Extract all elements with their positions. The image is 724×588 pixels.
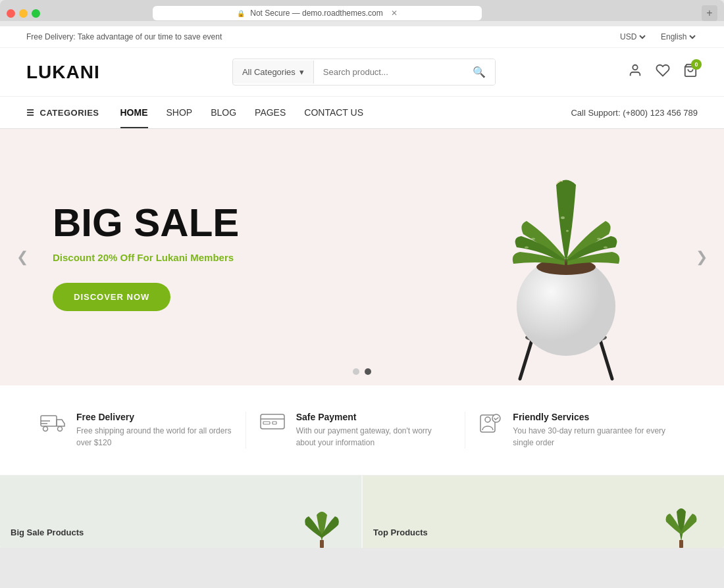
feature-delivery-desc: Free shipping around the world for all o… bbox=[76, 425, 232, 449]
slider-dot-2[interactable] bbox=[365, 368, 371, 375]
maximize-dot[interactable] bbox=[32, 9, 40, 18]
svg-point-11 bbox=[597, 238, 601, 240]
feature-delivery-text: Free Delivery Free shipping around the w… bbox=[76, 412, 232, 449]
feature-payment: Safe Payment With our payment gateway, d… bbox=[246, 412, 466, 449]
product-section-top-label: Top Products bbox=[373, 527, 428, 537]
feature-services-title: Friendly Services bbox=[513, 412, 671, 422]
features-section: Free Delivery Free shipping around the w… bbox=[0, 385, 724, 476]
nav-left: ☰ CATEGORIES HOME SHOP BLOG PAGES CONTAC… bbox=[26, 97, 363, 128]
slider-dot-1[interactable] bbox=[353, 368, 359, 375]
product-sections: Big Sale Products Top Products bbox=[0, 476, 724, 548]
feature-payment-title: Safe Payment bbox=[296, 412, 452, 422]
browser-toolbar: 🔒 Not Secure — demo.roadthemes.com ✕ + bbox=[7, 5, 717, 21]
search-button[interactable]: 🔍 bbox=[463, 59, 495, 85]
nav-link-contact[interactable]: CONTACT US bbox=[304, 97, 363, 128]
slider-next-button[interactable]: ❯ bbox=[690, 245, 713, 269]
svg-point-0 bbox=[633, 65, 637, 70]
search-input[interactable] bbox=[314, 61, 463, 84]
hero-slider: ❮ BIG SALE Discount 20% Off For Lukani M… bbox=[0, 129, 724, 385]
discount-prefix: Discount bbox=[53, 252, 97, 263]
search-icon: 🔍 bbox=[473, 66, 486, 78]
cart-badge: 0 bbox=[691, 59, 702, 70]
close-dot[interactable] bbox=[7, 9, 15, 18]
discount-suffix: For Lukani Members bbox=[134, 252, 234, 263]
wishlist-icon[interactable] bbox=[656, 63, 670, 81]
svg-point-25 bbox=[492, 414, 500, 422]
section-plant-1 bbox=[296, 489, 348, 548]
plant-illustration bbox=[461, 132, 671, 382]
url-text: Not Secure — demo.roadthemes.com bbox=[250, 9, 382, 18]
browser-chrome: 🔒 Not Secure — demo.roadthemes.com ✕ + bbox=[0, 0, 724, 21]
hero-discount: Discount 20% Off For Lukani Members bbox=[53, 252, 239, 263]
slider-prev-button[interactable]: ❮ bbox=[11, 245, 34, 269]
cart-icon[interactable]: 0 bbox=[683, 63, 698, 81]
feature-delivery: Free Delivery Free shipping around the w… bbox=[39, 412, 246, 449]
svg-point-16 bbox=[58, 427, 63, 431]
top-bar-right: USD EUR English French bbox=[617, 32, 698, 42]
svg-point-9 bbox=[566, 230, 569, 232]
categories-label: CATEGORIES bbox=[40, 108, 99, 118]
feature-delivery-title: Free Delivery bbox=[76, 412, 232, 422]
payment-icon bbox=[259, 412, 286, 437]
top-bar: Free Delivery: Take advantage of our tim… bbox=[0, 26, 724, 48]
navigation: ☰ CATEGORIES HOME SHOP BLOG PAGES CONTAC… bbox=[0, 97, 724, 129]
delivery-icon bbox=[39, 412, 66, 438]
svg-point-8 bbox=[561, 216, 565, 219]
svg-rect-26 bbox=[320, 540, 324, 548]
tab-close-icon[interactable]: ✕ bbox=[391, 9, 398, 18]
account-icon[interactable] bbox=[628, 63, 642, 81]
address-bar[interactable]: 🔒 Not Secure — demo.roadthemes.com ✕ bbox=[153, 6, 482, 20]
svg-point-12 bbox=[525, 247, 529, 249]
header: LUKANI All Categories ▾ 🔍 bbox=[0, 48, 724, 97]
hero-content: BIG SALE Discount 20% Off For Lukani Mem… bbox=[0, 164, 292, 351]
svg-rect-21 bbox=[263, 422, 270, 424]
hero-title: BIG SALE bbox=[53, 203, 239, 243]
lock-icon: 🔒 bbox=[237, 10, 245, 17]
support-text: Call Support: (+800) 123 456 789 bbox=[571, 108, 698, 118]
discover-now-button[interactable]: DISCOVER NOW bbox=[53, 283, 170, 311]
category-dropdown[interactable]: All Categories ▾ bbox=[233, 61, 314, 84]
feature-payment-text: Safe Payment With our payment gateway, d… bbox=[296, 412, 452, 449]
search-bar: All Categories ▾ 🔍 bbox=[232, 59, 496, 86]
svg-point-15 bbox=[43, 427, 48, 431]
section-plant-2 bbox=[658, 489, 704, 548]
product-section-sale[interactable]: Big Sale Products bbox=[0, 476, 361, 548]
minimize-dot[interactable] bbox=[19, 9, 28, 18]
feature-services-desc: You have 30-day return guarantee for eve… bbox=[513, 425, 671, 449]
browser-dots bbox=[7, 9, 40, 18]
svg-rect-27 bbox=[679, 540, 683, 548]
feature-services-text: Friendly Services You have 30-day return… bbox=[513, 412, 671, 449]
announcement-text: Free Delivery: Take advantage of our tim… bbox=[26, 32, 222, 41]
product-section-top[interactable]: Top Products bbox=[363, 476, 724, 548]
website-content: Free Delivery: Take advantage of our tim… bbox=[0, 26, 724, 548]
header-icons: 0 bbox=[628, 63, 698, 81]
nav-link-home[interactable]: HOME bbox=[120, 97, 148, 128]
new-tab-button[interactable]: + bbox=[702, 5, 717, 21]
svg-line-3 bbox=[599, 336, 612, 379]
nav-links: HOME SHOP BLOG PAGES CONTACT US bbox=[120, 97, 364, 128]
svg-rect-22 bbox=[272, 422, 276, 424]
hero-image bbox=[461, 129, 671, 385]
services-icon bbox=[478, 412, 502, 441]
hamburger-icon: ☰ bbox=[26, 108, 35, 118]
svg-point-24 bbox=[485, 417, 490, 422]
slider-dots bbox=[353, 368, 371, 375]
language-selector[interactable]: English French bbox=[658, 32, 698, 42]
svg-point-10 bbox=[531, 238, 535, 240]
logo[interactable]: LUKANI bbox=[26, 62, 100, 83]
category-label: All Categories bbox=[242, 67, 296, 77]
feature-services: Friendly Services You have 30-day return… bbox=[465, 412, 685, 449]
nav-link-shop[interactable]: SHOP bbox=[167, 97, 193, 128]
chevron-down-icon: ▾ bbox=[299, 67, 304, 77]
feature-payment-desc: With our payment gateway, don't worry ab… bbox=[296, 425, 452, 449]
svg-line-2 bbox=[520, 336, 533, 379]
svg-point-13 bbox=[604, 247, 608, 249]
product-section-sale-label: Big Sale Products bbox=[11, 527, 84, 537]
nav-link-blog[interactable]: BLOG bbox=[211, 97, 236, 128]
nav-link-pages[interactable]: PAGES bbox=[255, 97, 286, 128]
categories-menu[interactable]: ☰ CATEGORIES bbox=[26, 97, 99, 128]
currency-selector[interactable]: USD EUR bbox=[617, 32, 648, 42]
discount-highlight: 20% Off bbox=[97, 252, 134, 263]
